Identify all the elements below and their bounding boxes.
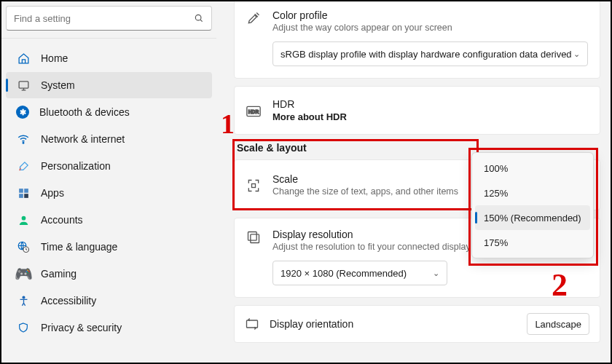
chevron-down-icon: ⌄ (433, 269, 439, 278)
color-profile-desc: Adjust the way colors appear on your scr… (272, 23, 588, 33)
sidebar-item-label: Bluetooth & devices (39, 106, 130, 118)
orientation-select[interactable]: Landscape (527, 313, 589, 335)
home-icon (16, 51, 31, 66)
sidebar-item-label: Personalization (41, 160, 111, 172)
scale-dropdown: 100% 125% 150% (Recommended) 175% (471, 152, 594, 258)
svg-rect-7 (24, 189, 28, 193)
wifi-icon (16, 132, 31, 146)
sidebar-item-gaming[interactable]: 🎮 Gaming (6, 261, 212, 287)
sidebar-item-label: Accessibility (41, 295, 96, 306)
settings-sidebar: Home System ✱ Bluetooth & devices Networ… (1, 1, 216, 363)
orientation-value: Landscape (535, 319, 581, 330)
scale-option-175[interactable]: 175% (475, 230, 590, 255)
chevron-down-icon: ⌄ (573, 50, 580, 59)
scale-option-100[interactable]: 100% (475, 156, 590, 181)
scale-icon (246, 177, 272, 193)
sidebar-item-accounts[interactable]: Accounts (6, 207, 212, 233)
svg-rect-9 (24, 194, 28, 198)
svg-rect-18 (248, 232, 257, 241)
svg-rect-6 (19, 189, 23, 193)
sidebar-item-label: Home (41, 52, 68, 64)
resolution-select[interactable]: 1920 × 1080 (Recommended) ⌄ (272, 261, 447, 285)
resolution-value: 1920 × 1080 (Recommended) (280, 268, 407, 279)
svg-line-1 (200, 20, 203, 22)
sidebar-item-label: Gaming (41, 268, 76, 280)
sidebar-item-label: System (41, 79, 75, 91)
svg-rect-16 (252, 184, 256, 188)
system-icon (16, 78, 31, 92)
globe-clock-icon (16, 240, 31, 254)
sidebar-item-home[interactable]: Home (6, 45, 212, 71)
search-icon (194, 13, 204, 23)
scale-option-125[interactable]: 125% (475, 181, 590, 205)
sidebar-item-personalization[interactable]: Personalization (6, 153, 212, 179)
svg-rect-2 (19, 81, 28, 87)
sidebar-item-accessibility[interactable]: Accessibility (6, 288, 212, 314)
svg-rect-8 (19, 194, 23, 198)
sidebar-item-privacy[interactable]: Privacy & security (6, 314, 212, 341)
svg-text:HDR: HDR (248, 108, 259, 114)
search-input-wrap[interactable] (6, 6, 212, 31)
hdr-title: HDR (272, 98, 588, 110)
sidebar-item-bluetooth[interactable]: ✱ Bluetooth & devices (6, 99, 212, 125)
orientation-icon (245, 317, 259, 331)
orientation-card[interactable]: Display orientation Landscape (234, 305, 600, 343)
sidebar-item-apps[interactable]: Apps (6, 180, 212, 206)
svg-point-0 (195, 15, 201, 20)
svg-point-13 (23, 296, 25, 298)
sidebar-item-network[interactable]: Network & internet (6, 126, 212, 152)
hdr-card[interactable]: HDR HDR More about HDR (234, 86, 600, 135)
svg-rect-19 (247, 320, 258, 328)
sidebar-item-system[interactable]: System (6, 72, 212, 98)
svg-point-5 (23, 143, 24, 144)
shield-icon (16, 320, 31, 335)
hdr-link[interactable]: More about HDR (272, 111, 588, 122)
sidebar-item-label: Apps (41, 187, 64, 199)
color-profile-card: Color profile Adjust the way colors appe… (234, 1, 600, 79)
accessibility-icon (16, 293, 31, 308)
brush-icon (16, 159, 31, 173)
scale-option-150[interactable]: 150% (Recommended) (475, 205, 590, 230)
settings-nav: Home System ✱ Bluetooth & devices Networ… (1, 39, 216, 341)
gamepad-icon: 🎮 (16, 266, 31, 281)
bluetooth-icon: ✱ (16, 106, 29, 119)
sidebar-item-time[interactable]: Time & language (6, 234, 212, 260)
settings-content: Color profile Adjust the way colors appe… (216, 1, 611, 363)
color-profile-title: Color profile (272, 9, 588, 21)
eyedropper-icon (246, 9, 272, 25)
color-profile-value: sRGB display profile with display hardwa… (280, 49, 573, 60)
apps-icon (16, 186, 31, 200)
search-input[interactable] (14, 13, 194, 24)
svg-point-10 (21, 215, 26, 220)
svg-rect-17 (251, 234, 259, 243)
person-icon (16, 213, 31, 227)
sidebar-item-label: Accounts (41, 214, 83, 226)
hdr-icon: HDR (246, 104, 272, 117)
sidebar-item-label: Privacy & security (41, 322, 122, 333)
resolution-icon (246, 229, 272, 245)
sidebar-item-label: Time & language (41, 241, 117, 253)
color-profile-select[interactable]: sRGB display profile with display hardwa… (272, 41, 588, 66)
orientation-title: Display orientation (270, 318, 353, 330)
sidebar-item-label: Network & internet (41, 133, 125, 145)
